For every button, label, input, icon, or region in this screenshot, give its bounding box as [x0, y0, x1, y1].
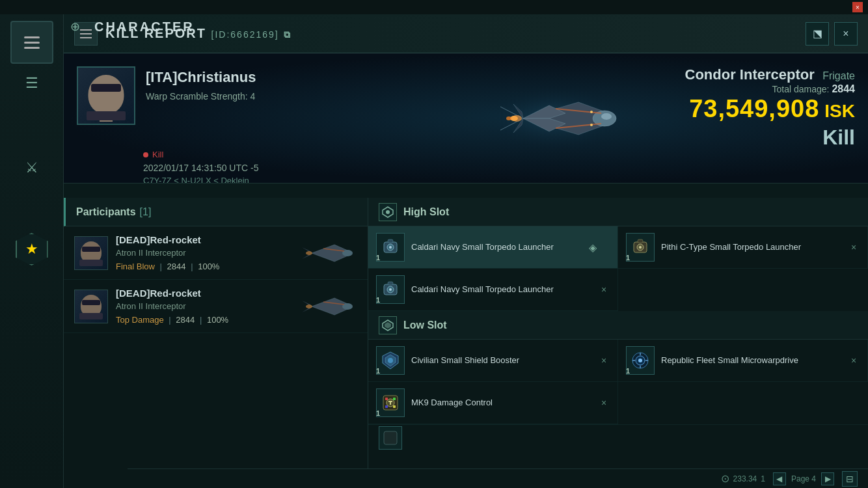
- svg-rect-34: [388, 239, 393, 243]
- ship-stats: Condor Interceptor Frigate Total damage:…: [685, 66, 855, 150]
- total-damage-row: Total damage: 2844: [685, 83, 855, 95]
- module-caldari-torpedo-1[interactable]: Caldari Navy Small Torpedo Launcher ◈ 1: [368, 226, 618, 269]
- svg-rect-58: [393, 398, 396, 400]
- star-icon: ★: [25, 241, 38, 258]
- pilot-avatar: [77, 66, 135, 125]
- pilot-name: [ITA]Christianus: [146, 69, 256, 86]
- kill-location: C7Y-7Z < N-U2LX < Deklein: [143, 176, 258, 183]
- bottom-area: Participants [1] [DEAD]Red-rocket Atron …: [64, 198, 868, 488]
- module-damage-control[interactable]: MK9 Damage Control × 1: [368, 382, 618, 424]
- module-info-1: Caldari Navy Small Torpedo Launcher: [411, 242, 591, 253]
- hamburger-icon: [24, 36, 40, 49]
- copy-id-icon[interactable]: ⧉: [284, 29, 292, 40]
- module-info-pithi: Pithi C-Type Small Torpedo Launcher: [661, 242, 841, 253]
- module-pithi-torpedo[interactable]: Pithi C-Type Small Torpedo Launcher × 1: [618, 226, 868, 269]
- low-slot-header: Low Slot: [368, 311, 868, 340]
- isk-label: ISK: [824, 101, 855, 122]
- svg-point-14: [590, 124, 593, 126]
- kill-badge: Kill: [143, 150, 163, 159]
- module-remove-mwd[interactable]: ×: [848, 355, 860, 366]
- high-slot-header: High Slot: [368, 198, 868, 226]
- kill-report-id: [ID:6662169]: [211, 29, 279, 40]
- svg-rect-42: [388, 282, 393, 285]
- svg-point-33: [389, 246, 392, 249]
- close-button[interactable]: ×: [834, 22, 858, 46]
- svg-point-16: [506, 116, 511, 120]
- total-damage-value: 2844: [832, 83, 855, 95]
- modules-panel: High Slot Caldari Navy Small Torpedo: [368, 198, 868, 488]
- module-shield-booster[interactable]: Civilian Small Shield Booster × 1: [368, 340, 618, 382]
- participant-damage-1: 2844: [167, 262, 186, 271]
- module-info-dc: MK9 Damage Control: [411, 398, 591, 409]
- svg-point-47: [388, 358, 393, 363]
- high-slot-title: High Slot: [403, 206, 449, 218]
- module-name-shield: Civilian Small Shield Booster: [411, 355, 591, 366]
- svg-rect-38: [638, 239, 643, 243]
- svg-point-41: [389, 288, 392, 291]
- sidebar-swords-icon[interactable]: ⚔: [10, 155, 53, 181]
- module-name-2: Caldari Navy Small Torpedo Launcher: [411, 284, 591, 295]
- svg-point-21: [306, 251, 312, 255]
- high-slot-icon: [379, 203, 397, 221]
- page-prev-btn[interactable]: ◀: [773, 472, 786, 485]
- module-remove-2[interactable]: ×: [598, 284, 610, 295]
- filter-button[interactable]: ⊟: [842, 471, 858, 487]
- total-damage-label: Total damage:: [772, 84, 829, 94]
- shield-booster-icon: [376, 346, 405, 375]
- svg-rect-57: [385, 398, 388, 400]
- kill-dot-icon: [143, 152, 148, 157]
- pilot-indicator-1: ◈: [589, 241, 597, 254]
- window-close-btn[interactable]: ×: [852, 2, 863, 12]
- sidebar-shield-badge[interactable]: ★: [10, 233, 53, 265]
- ship-visual: [452, 66, 660, 170]
- top-damage-label: Top Damage: [116, 315, 164, 325]
- page-next-btn[interactable]: ▶: [821, 472, 834, 485]
- page-label: Page 4: [791, 474, 816, 483]
- microwarpdrive-icon: [626, 346, 655, 375]
- participants-count: [1]: [140, 206, 152, 218]
- module-remove-pithi[interactable]: ×: [848, 241, 860, 253]
- low-slot-icon: [379, 316, 397, 334]
- sidebar-menu-icon[interactable]: ☰: [10, 70, 53, 96]
- participant-row-2[interactable]: [DEAD]Red-rocket Atron II Interceptor To…: [64, 280, 368, 333]
- module-info-2: Caldari Navy Small Torpedo Launcher: [411, 284, 591, 295]
- isk-row: 73,549,908 ISK: [685, 95, 855, 123]
- main-content: KILL REPORT [ID:6662169] ⧉ ⬔ × [ITA]Chri…: [64, 14, 868, 488]
- svg-point-37: [639, 246, 642, 249]
- ship-class: Frigate: [822, 70, 855, 81]
- module-name-1: Caldari Navy Small Torpedo Launcher: [411, 242, 591, 253]
- svg-rect-60: [393, 405, 396, 408]
- participant-ship-img-2: [299, 290, 357, 323]
- menu-button[interactable]: [10, 21, 53, 64]
- module-remove-shield[interactable]: ×: [598, 355, 610, 366]
- kill-meta: 2022/01/17 14:31:50 UTC -5 C7Y-7Z < N-U2…: [143, 163, 258, 183]
- high-slot-modules: Caldari Navy Small Torpedo Launcher ◈ 1: [368, 226, 868, 311]
- window-top-bar: ×: [0, 0, 868, 14]
- module-name-mwd: Republic Fleet Small Microwarpdrive: [661, 355, 841, 366]
- kill-report-title: KILL REPORT [ID:6662169] ⧉: [105, 26, 798, 41]
- status-value: ⊙ 233.34 1: [721, 472, 765, 485]
- status-number: 233.34: [733, 474, 757, 483]
- svg-point-30: [386, 210, 390, 214]
- torpedo-launcher-icon-2: [626, 233, 655, 262]
- low-slot-title: Low Slot: [403, 319, 447, 331]
- module-caldari-torpedo-2[interactable]: Caldari Navy Small Torpedo Launcher × 1: [368, 269, 618, 311]
- module-remove-dc[interactable]: ×: [598, 397, 610, 409]
- header-actions: ⬔ ×: [806, 22, 858, 46]
- character-title: CHARACTER: [94, 20, 195, 34]
- participant-ship-img-1: [299, 237, 357, 269]
- pilot-info: [ITA]Christianus Warp Scramble Strength:…: [146, 66, 256, 102]
- module-microwarpdrive[interactable]: Republic Fleet Small Microwarpdrive × 1: [618, 340, 868, 382]
- isk-value: 73,549,908: [689, 95, 819, 123]
- participants-panel: Participants [1] [DEAD]Red-rocket Atron …: [64, 198, 368, 488]
- export-button[interactable]: ⬔: [806, 22, 829, 46]
- status-count: 1: [761, 474, 765, 483]
- character-emblem-icon: ⊕: [70, 20, 80, 34]
- participant-row[interactable]: [DEAD]Red-rocket Atron II Interceptor Fi…: [64, 226, 368, 280]
- svg-point-10: [601, 113, 612, 120]
- torpedo-launcher-icon-1: [376, 233, 405, 262]
- module-remove-1[interactable]: [598, 241, 610, 253]
- ship-info-area: [ITA]Christianus Warp Scramble Strength:…: [64, 53, 868, 183]
- module-info-mwd: Republic Fleet Small Microwarpdrive: [661, 355, 841, 366]
- kill-label: Kill: [152, 150, 163, 159]
